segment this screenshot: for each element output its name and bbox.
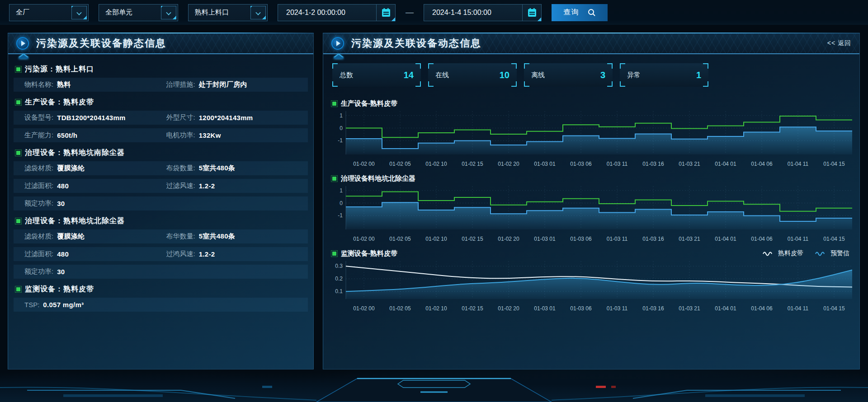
date-from-picker[interactable]: 2024-1-2 00:00:00 xyxy=(278,4,396,21)
x-axis-tick-label: 01-03 01 xyxy=(527,234,563,242)
query-button-label: 查询 xyxy=(563,8,580,17)
stat-value: 14 xyxy=(404,70,414,80)
footer-decoration xyxy=(0,372,868,402)
info-cell-value: 30 xyxy=(57,268,65,276)
chart-title: 生产设备-熟料皮带 xyxy=(341,99,397,108)
green-square-icon xyxy=(332,252,336,256)
legend-item[interactable]: 预警信 xyxy=(815,249,849,257)
info-group-title: 治理设备：熟料地坑南除尘器 xyxy=(25,148,125,158)
header-chevron-decor xyxy=(333,56,344,59)
chart-plot: 0.30.20.1 xyxy=(332,261,851,304)
x-axis-tick-label: 01-03 06 xyxy=(563,234,599,242)
info-cell-value: 480 xyxy=(57,182,69,190)
info-cell-label: 设备型号: xyxy=(24,113,53,122)
x-axis-tick-label: 01-04 01 xyxy=(708,304,744,312)
header-chevron-decor xyxy=(18,56,29,59)
chevron-down-icon[interactable] xyxy=(161,6,176,19)
dynamic-info-panel: 污染源及关联设备动态信息 << 返回 总数 14 在线 10 离线 3 异常 1… xyxy=(323,33,860,369)
x-axis-tick-label: 01-02 20 xyxy=(491,304,527,312)
info-group: 生产设备：熟料皮带 设备型号: TDB1200*204143mm 外型尺寸: 1… xyxy=(14,95,308,142)
x-axis-tick-label: 01-03 21 xyxy=(671,159,708,167)
source-select[interactable]: 熟料上料口 xyxy=(188,4,268,21)
unit-select[interactable]: 全部单元 xyxy=(99,4,178,21)
x-axis-tick-label: 01-02 15 xyxy=(454,159,491,167)
x-axis-tick-label: 01-04 11 xyxy=(780,159,816,167)
info-cell-value: TDB1200*204143mm xyxy=(57,114,126,122)
info-group-title: 生产设备：熟料皮带 xyxy=(25,98,94,107)
play-icon xyxy=(331,37,344,50)
info-cell: 额定功率: 30 xyxy=(24,267,166,276)
query-button[interactable]: 查询 xyxy=(552,4,608,21)
stat-card: 离线 3 xyxy=(524,63,613,87)
chart-legend: 熟料皮带预警信 xyxy=(763,249,851,257)
info-row: 滤袋材质: 覆膜涤纶 布袋数量: 5室共480条 xyxy=(14,161,308,175)
calendar-icon[interactable] xyxy=(522,4,541,21)
svg-text:0: 0 xyxy=(340,200,343,206)
legend-item[interactable]: 熟料皮带 xyxy=(763,249,803,257)
back-button[interactable]: << 返回 xyxy=(827,39,851,47)
x-axis-tick-label: 01-04 06 xyxy=(744,234,780,242)
stat-label: 离线 xyxy=(531,71,545,79)
info-row: 物料名称: 熟料 治理措施: 处于封闭厂房内 xyxy=(14,78,308,92)
x-axis-tick-label: 01-03 06 xyxy=(563,159,599,167)
x-axis-tick-label: 01-03 06 xyxy=(563,304,599,312)
info-group: 监测设备：熟料皮带 TSP: 0.057 mg/m³ xyxy=(14,282,308,312)
info-cell: 电机功率: 132Kw xyxy=(166,131,308,140)
chart-title: 治理设备料地坑北除尘器 xyxy=(341,174,415,183)
x-axis-tick-label: 01-03 11 xyxy=(599,304,635,312)
x-axis-tick-label: 01-03 16 xyxy=(635,304,671,312)
chart-block: 治理设备料地坑北除尘器 10-1 01-02 0001-02 0501-02 1… xyxy=(332,172,851,242)
x-axis-tick-label: 01-02 00 xyxy=(346,304,382,312)
chevron-down-icon[interactable] xyxy=(250,6,266,19)
info-row: 生产能力: 650t/h 电机功率: 132Kw xyxy=(14,128,308,142)
info-row: 额定功率: 30 xyxy=(14,265,308,279)
wave-line-icon xyxy=(815,251,827,256)
dashboard-stage: 全厂 全部单元 熟料上料口 2024-1-2 00:00:00 — xyxy=(0,0,868,402)
x-axis-tick-label: 01-02 05 xyxy=(382,234,418,242)
info-cell: TSP: 0.057 mg/m³ xyxy=(24,301,166,309)
charts-container: 生产设备-熟料皮带 10-1 01-02 0001-02 0501-02 100… xyxy=(332,97,851,312)
x-axis-tick-label: 01-04 06 xyxy=(744,159,780,167)
info-group-heading: 治理设备：熟料地坑南除尘器 xyxy=(16,146,308,159)
static-info-panel: 污染源及关联设备静态信息 污染源：熟料上料口 物料名称: 熟料 治理措施: 处于… xyxy=(8,33,314,369)
info-cell-label: 过滤面积: xyxy=(24,182,53,190)
calendar-icon[interactable] xyxy=(376,4,395,21)
chevron-down-icon[interactable] xyxy=(71,6,87,19)
stats-row: 总数 14 在线 10 离线 3 异常 1 xyxy=(332,63,851,87)
x-axis-tick-label: 01-02 05 xyxy=(382,159,418,167)
stat-card: 异常 1 xyxy=(620,63,708,87)
x-axis-tick-label: 01-03 11 xyxy=(599,234,635,242)
info-cell: 生产能力: 650t/h xyxy=(24,131,166,140)
green-square-icon xyxy=(16,219,20,223)
info-cell: 过滤面积: 480 xyxy=(24,182,166,190)
info-cell-label: 布袋数量: xyxy=(166,164,195,173)
info-cell-value: 480 xyxy=(57,250,69,258)
chart-title-row: 生产设备-熟料皮带 xyxy=(332,97,851,110)
search-icon xyxy=(588,9,596,17)
x-axis-tick-label: 01-04 06 xyxy=(744,304,780,312)
legend-label: 熟料皮带 xyxy=(778,249,803,257)
x-axis-tick-label: 01-04 15 xyxy=(816,304,852,312)
info-group-title: 治理设备：熟料地坑北除尘器 xyxy=(25,216,125,226)
info-cell-label: 滤袋材质: xyxy=(24,164,53,173)
green-square-icon xyxy=(16,67,20,71)
info-cell-label: 过鸿风速: xyxy=(166,250,195,258)
plant-select[interactable]: 全厂 xyxy=(9,4,89,21)
x-axis-tick-label: 01-04 11 xyxy=(780,234,816,242)
x-axis-tick-label: 01-02 05 xyxy=(382,304,418,312)
svg-text:1: 1 xyxy=(340,112,343,119)
x-axis-tick-label: 01-02 00 xyxy=(346,159,382,167)
info-row: 过滤面积: 480 过滤风速: 1.2-2 xyxy=(14,179,308,193)
info-group-heading: 污染源：熟料上料口 xyxy=(16,62,308,76)
svg-text:1: 1 xyxy=(340,187,343,194)
info-group-title: 监测设备：熟料皮带 xyxy=(25,285,94,294)
info-cell-label: 生产能力: xyxy=(24,131,53,140)
chart-title: 监测设备-熟料皮带 xyxy=(341,249,397,258)
date-to-picker[interactable]: 2024-1-4 15:00:00 xyxy=(424,4,542,21)
info-cell: 布华数量: 5室共480条 xyxy=(166,232,308,241)
info-cell-value: 650t/h xyxy=(57,131,77,139)
plant-select-value: 全厂 xyxy=(16,8,29,17)
x-axis-tick-label: 01-04 11 xyxy=(780,304,816,312)
x-axis-tick-label: 01-02 15 xyxy=(454,234,491,242)
x-axis-tick-label: 01-03 01 xyxy=(527,159,563,167)
